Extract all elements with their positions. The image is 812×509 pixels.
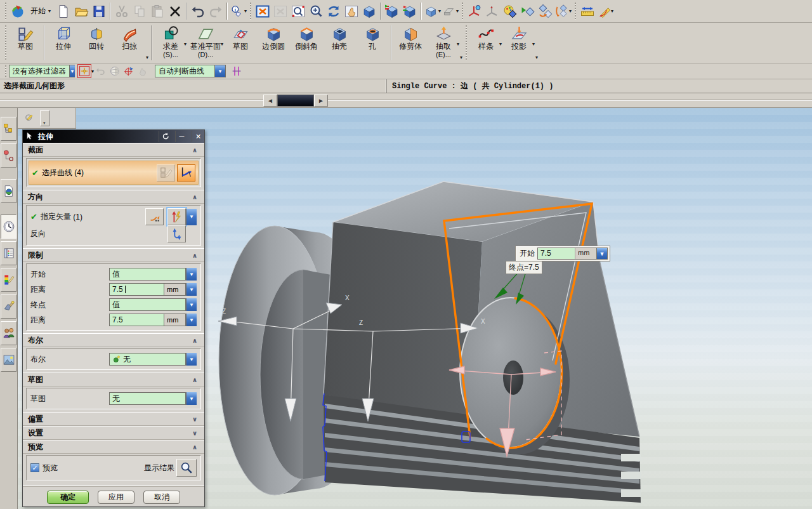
specify-vector-row[interactable]: ✔ 指定矢量 (1) ▼ [30,208,197,225]
boolean-combo[interactable]: 无 ▼ [109,353,197,366]
horizontal-scrollbar[interactable]: ◄ ► [263,95,328,107]
spline-button[interactable]: 样条▾ [469,24,502,62]
spinner-down-icon[interactable]: ▼ [186,283,197,296]
preview-group-header[interactable]: 预览 ∧ [23,440,204,454]
spinner-down-icon[interactable]: ▼ [186,314,197,326]
dialog-titlebar[interactable]: 拉伸 ─ ✕ [23,130,204,143]
grab-selection-icon[interactable] [136,64,150,78]
hole-button[interactable]: 孔 [356,24,389,62]
csys-dialog-icon[interactable] [466,3,483,20]
fit-selection-icon[interactable] [272,3,289,20]
shell-button[interactable]: 抽壳 [323,24,356,62]
ok-button[interactable]: 确定 [47,491,89,504]
view-orient-icon[interactable]: ▾ [424,3,442,20]
reverse-direction-row[interactable]: 反向 [30,225,197,242]
chevron-down-icon[interactable]: ▾ [611,8,613,14]
settings-group-header[interactable]: 设置 ∨ [23,426,204,440]
chevron-down-icon[interactable]: ▾ [499,41,502,47]
center-hole[interactable] [503,360,523,395]
rotate-view-icon[interactable] [325,3,343,20]
open-file-icon[interactable] [72,3,90,20]
sketch-on-plane-button[interactable]: 草图 [224,24,257,62]
copy-icon[interactable] [131,3,148,20]
chevron-down-icon[interactable]: ▾ [48,8,51,14]
delete-icon[interactable] [166,3,184,20]
zoom-in-out-icon[interactable] [307,3,325,20]
paste-icon[interactable] [148,3,166,20]
new-file-icon[interactable] [55,3,72,20]
direction-group-header[interactable]: 方向 ∧ [23,190,204,204]
chevron-up-icon[interactable]: ∧ [189,147,200,154]
spinner-down-icon[interactable]: ▼ [596,248,607,259]
pan-view-icon[interactable] [343,3,360,20]
chevron-down-icon[interactable]: ▼ [69,65,75,77]
resource-tab-part-navigator[interactable] [1,179,16,203]
cut-icon[interactable] [113,3,131,20]
redo-icon[interactable] [207,3,225,20]
apply-button[interactable]: 应用 [98,491,134,504]
toolbar-grip[interactable] [465,25,468,60]
dialog-close-button[interactable]: ✕ [192,131,204,142]
resource-tab-roles[interactable] [1,321,16,345]
model-motor-body[interactable] [219,182,641,503]
object-info-icon[interactable]: i▾ [230,3,247,20]
undo-selection-icon[interactable] [94,64,108,78]
chevron-down-icon[interactable]: ▼ [186,353,197,366]
chevron-down-icon[interactable]: ∨ [189,416,200,423]
end-option-combo[interactable]: 值 ▼ [109,298,197,311]
toolbar-grip[interactable] [4,25,7,60]
section-group-header[interactable]: 截面 ∧ [23,143,204,157]
preview-checkbox[interactable]: ✓ [30,463,39,472]
chevron-up-icon[interactable]: ∧ [189,252,200,259]
sketch-group-header[interactable]: 草图 ∧ [23,373,204,387]
chamfer-button[interactable]: 倒斜角 [290,24,323,62]
chevron-down-icon[interactable]: ▾ [184,41,187,47]
visual-palette-icon[interactable] [501,3,519,20]
sync-views-icon[interactable] [537,3,554,20]
selection-filter-combo[interactable]: 没有选择过滤器 ▼ [9,65,75,77]
chevron-up-icon[interactable]: ∧ [189,376,200,383]
sync-views-alt-icon[interactable]: ▾ [554,3,572,20]
chevron-down-icon[interactable]: ▼ [186,268,197,281]
chevron-down-icon[interactable]: ▾ [456,8,459,14]
start-menu-button[interactable]: 开始▾ [27,3,55,20]
boolean-group-header[interactable]: 布尔 ∧ [23,333,204,347]
chevron-up-icon[interactable]: ∧ [189,194,200,201]
resource-tab-visualization[interactable] [1,348,16,372]
stop-at-intersection-icon[interactable] [230,64,244,78]
resource-tab-reuse-library[interactable] [1,241,16,265]
sweep-button[interactable]: 扫掠 [113,24,146,62]
curve-button[interactable] [177,164,195,182]
shaded-view-icon[interactable] [360,3,378,20]
dialog-minimize-button[interactable]: ─ [175,131,188,142]
sketch-button[interactable]: 草图 [9,24,42,62]
cancel-button[interactable]: 取消 [143,491,180,504]
scrollbar-thumb[interactable] [277,95,314,107]
resource-tab-web-tools[interactable] [1,294,16,319]
resource-tab-assembly-navigator[interactable] [1,117,16,141]
chevron-up-icon[interactable]: ∧ [189,337,200,344]
vector-dropdown-icon[interactable]: ▼ [186,209,197,225]
end-distance-input[interactable]: 7.5 mm ▼ [109,314,197,326]
rail-handle-button[interactable] [40,110,49,126]
zoom-box-icon[interactable] [289,3,307,20]
onscreen-start-input[interactable]: 开始 7.5 mm ▼ [515,246,610,261]
toolbar-grip[interactable] [249,3,252,20]
dialog-reset-button[interactable] [159,131,171,142]
scroll-left-button[interactable]: ◄ [263,95,277,107]
extrude-button[interactable]: 拉伸 [47,24,80,62]
snap-point-icon[interactable] [77,64,91,78]
measure-distance-icon[interactable] [579,3,596,20]
assembly-constraints-icon[interactable] [401,3,419,20]
select-curve-row[interactable]: ✔ 选择曲线 (4) [29,161,199,185]
measure-angle-icon[interactable]: ▾ [596,3,614,20]
chevron-down-icon[interactable]: ▼ [186,392,197,405]
chevron-down-icon[interactable]: ▾ [532,41,535,47]
toolbar-overflow-icon[interactable]: ▾ [535,55,538,60]
vector-dialog-button[interactable] [145,208,164,225]
chevron-down-icon[interactable]: ▾ [244,8,247,14]
animate-sync-icon[interactable] [519,3,537,20]
chevron-down-icon[interactable]: ▾ [457,41,459,47]
datum-plane-button[interactable]: 基准平面(D)...▾ [187,24,224,62]
extract-button[interactable]: 抽取(E)...▾ [427,24,460,62]
